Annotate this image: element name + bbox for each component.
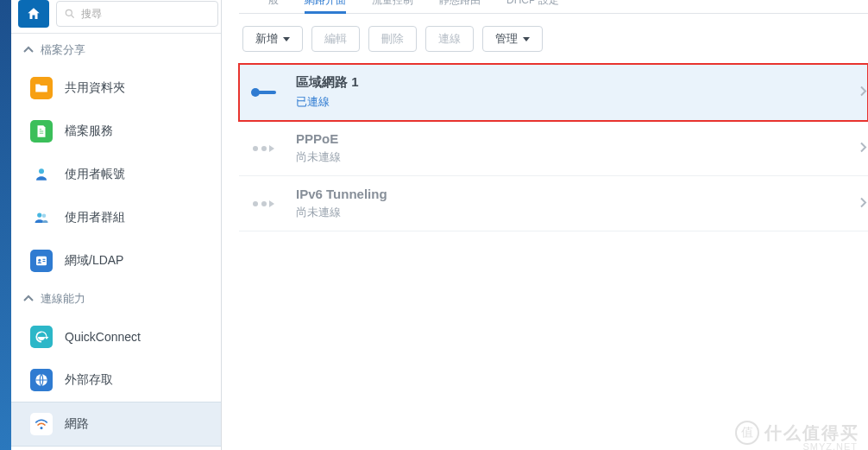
sidebar-item-label: 網路	[65, 416, 89, 432]
svg-point-15	[261, 146, 267, 151]
user-icon	[30, 163, 53, 186]
sidebar-item-label: 檔案服務	[65, 124, 113, 139]
id-card-icon	[30, 250, 53, 272]
desktop-edge	[0, 0, 11, 450]
sidebar-item-label: QuickConnect	[65, 330, 141, 344]
sidebar-item-quickconnect[interactable]: QuickConnect	[11, 315, 221, 358]
sidebar-item-external-access[interactable]: 外部存取	[11, 358, 221, 402]
svg-rect-7	[43, 259, 46, 260]
sidebar-item-file-service[interactable]: 檔案服務	[11, 110, 221, 153]
sidebar-item-more[interactable]	[11, 447, 221, 450]
toolbar: 新增 編輯 刪除 連線 管理	[239, 14, 868, 64]
sidebar: 檔案分享 共用資料夾 檔案服務 使用者帳號 使用者群組	[11, 0, 222, 450]
tab-traffic[interactable]: 流量控制	[372, 0, 413, 13]
sidebar-item-label: 使用者帳號	[65, 167, 125, 182]
folder-share-icon	[30, 77, 53, 99]
svg-point-4	[42, 214, 47, 219]
chevron-up-icon	[23, 45, 34, 55]
globe-icon	[30, 369, 53, 391]
chevron-down-icon	[523, 37, 530, 41]
search-input[interactable]	[81, 8, 211, 20]
svg-point-3	[37, 212, 41, 217]
network-icon	[30, 413, 53, 435]
manage-button[interactable]: 管理	[482, 26, 543, 52]
svg-point-6	[38, 259, 41, 262]
svg-rect-8	[43, 261, 46, 262]
sidebar-item-network[interactable]: 網路	[11, 402, 221, 447]
tab-general[interactable]: 一般	[258, 0, 279, 13]
connection-disconnected-icon	[248, 196, 279, 212]
chevron-right-icon	[859, 141, 868, 155]
tab-route[interactable]: 靜態路由	[439, 0, 481, 13]
main-content: 一般 網路介面 流量控制 靜態路由 DHCP 設定 新增 編輯 刪除 連線 管理	[222, 0, 868, 450]
connection-status: 尚未連線	[296, 149, 341, 165]
sidebar-item-user-account[interactable]: 使用者帳號	[11, 153, 221, 196]
tab-dhcp[interactable]: DHCP 設定	[506, 0, 559, 13]
home-button[interactable]	[18, 0, 49, 28]
connection-list: 區域網路 1 已連線 PPPoE 尚未連線	[239, 64, 868, 231]
tab-bar: 一般 網路介面 流量控制 靜態路由 DHCP 設定	[239, 0, 868, 14]
sidebar-item-label: 使用者群組	[65, 210, 125, 225]
connection-row-lan1[interactable]: 區域網路 1 已連線	[239, 64, 868, 121]
search-icon	[64, 8, 76, 20]
sidebar-item-label: 外部存取	[65, 372, 113, 388]
sidebar-item-label: 網域/LDAP	[65, 253, 123, 269]
connection-row-pppoe[interactable]: PPPoE 尚未連線	[239, 121, 868, 176]
sidebar-item-user-group[interactable]: 使用者群組	[11, 196, 221, 239]
connection-title: IPv6 Tunneling	[296, 187, 387, 201]
group-icon	[30, 206, 53, 229]
button-label: 管理	[495, 31, 518, 47]
svg-point-16	[253, 201, 258, 206]
chevron-up-icon	[23, 294, 34, 304]
svg-line-1	[72, 16, 74, 18]
svg-point-17	[261, 201, 267, 206]
svg-point-0	[66, 10, 72, 16]
chevron-right-icon	[859, 85, 868, 99]
add-button[interactable]: 新增	[242, 26, 303, 52]
delete-button[interactable]: 刪除	[368, 26, 417, 52]
connection-status: 尚未連線	[296, 205, 387, 220]
svg-point-14	[253, 146, 258, 151]
watermark-sub: SMYZ.NET	[802, 441, 858, 450]
chevron-down-icon	[283, 37, 290, 41]
connection-status: 已連線	[296, 94, 359, 110]
chevron-right-icon	[859, 196, 868, 211]
section-label: 檔案分享	[41, 42, 85, 58]
connection-row-ipv6tunnel[interactable]: IPv6 Tunneling 尚未連線	[239, 176, 868, 231]
section-connect[interactable]: 連線能力	[11, 282, 221, 315]
tab-interface[interactable]: 網路介面	[305, 0, 346, 13]
connection-connected-icon	[248, 85, 279, 100]
watermark-badge: 值	[735, 421, 759, 445]
section-fileshare[interactable]: 檔案分享	[11, 34, 221, 67]
connection-title: 區域網路 1	[296, 74, 359, 91]
sidebar-item-domain-ldap[interactable]: 網域/LDAP	[11, 239, 221, 282]
connection-title: PPPoE	[296, 131, 341, 146]
home-icon	[26, 6, 41, 22]
connect-button[interactable]: 連線	[425, 26, 474, 52]
file-service-icon	[30, 120, 53, 143]
section-label: 連線能力	[41, 291, 85, 307]
sidebar-item-shared-folder[interactable]: 共用資料夾	[11, 67, 221, 110]
quickconnect-icon	[30, 326, 53, 348]
svg-point-2	[39, 168, 44, 174]
search-field[interactable]	[56, 1, 218, 27]
connection-disconnected-icon	[248, 141, 279, 156]
sidebar-item-label: 共用資料夾	[65, 80, 125, 96]
button-label: 新增	[255, 31, 278, 47]
svg-point-10	[41, 427, 43, 429]
edit-button[interactable]: 編輯	[311, 26, 360, 52]
